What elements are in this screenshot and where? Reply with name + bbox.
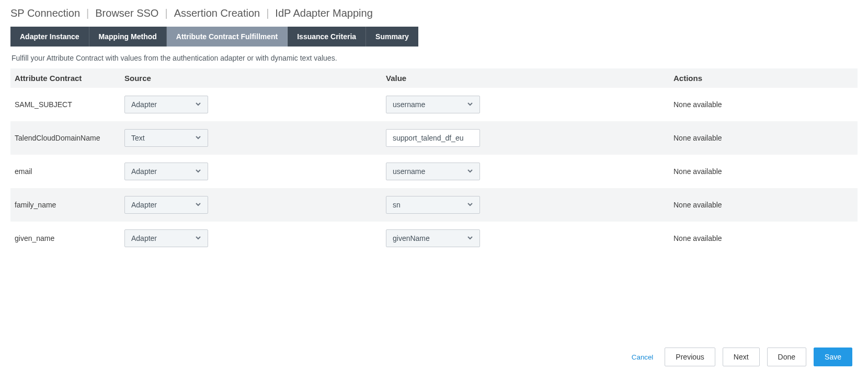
value-text-input[interactable]	[386, 129, 480, 147]
table-row: email Adapter username None availabl	[10, 155, 858, 188]
col-header-source: Source	[124, 74, 386, 83]
tab-attribute-contract-fulfillment[interactable]: Attribute Contract Fulfillment	[167, 27, 288, 47]
source-select[interactable]: Adapter	[124, 196, 208, 214]
breadcrumb-separator: |	[266, 7, 269, 19]
source-select-value: Adapter	[131, 234, 157, 242]
source-select-value: Adapter	[131, 100, 157, 109]
table-row: given_name Adapter givenName None av	[10, 222, 858, 255]
breadcrumb-separator: |	[86, 7, 89, 19]
value-select[interactable]: username	[386, 163, 470, 180]
value-select-value: username	[393, 100, 425, 109]
chevron-down-icon	[195, 234, 201, 242]
source-select[interactable]: Adapter	[124, 163, 208, 180]
value-select[interactable]: givenName	[386, 229, 470, 247]
breadcrumb-item[interactable]: Browser SSO	[95, 7, 158, 19]
tab-summary[interactable]: Summary	[366, 27, 418, 47]
table-header-row: Attribute Contract Source Value Actions	[10, 68, 858, 88]
table-row: SAML_SUBJECT Adapter username None a	[10, 88, 858, 121]
actions-cell: None available	[673, 234, 853, 242]
breadcrumb-item[interactable]: SP Connection	[10, 7, 80, 19]
table-row: TalendCloudDomainName Text None availabl…	[10, 121, 858, 155]
attribute-name: SAML_SUBJECT	[15, 100, 124, 109]
actions-cell: None available	[673, 134, 853, 142]
chevron-down-icon	[195, 201, 201, 209]
value-select[interactable]: sn	[386, 196, 470, 214]
value-select-value: sn	[393, 201, 401, 209]
chevron-down-icon	[195, 167, 201, 176]
chevron-down-icon	[195, 100, 201, 109]
value-select[interactable]: username	[386, 96, 470, 113]
chevron-down-icon	[467, 100, 473, 109]
attribute-name: given_name	[15, 234, 124, 242]
value-select-value: username	[393, 167, 425, 176]
breadcrumb-separator: |	[165, 7, 167, 19]
source-select-value: Text	[131, 134, 145, 142]
breadcrumb: SP Connection | Browser SSO | Assertion …	[10, 0, 858, 27]
breadcrumb-item[interactable]: IdP Adapter Mapping	[275, 7, 372, 19]
source-select-value: Adapter	[131, 201, 157, 209]
page-description: Fulfill your Attribute Contract with val…	[12, 54, 858, 62]
actions-cell: None available	[673, 201, 853, 209]
tab-issuance-criteria[interactable]: Issuance Criteria	[288, 27, 366, 47]
chevron-down-icon	[467, 234, 473, 242]
attribute-name: TalendCloudDomainName	[15, 134, 124, 142]
chevron-down-icon	[467, 167, 473, 176]
source-select-value: Adapter	[131, 167, 157, 176]
value-select-value: givenName	[393, 234, 430, 242]
col-header-value: Value	[386, 74, 673, 83]
source-select[interactable]: Text	[124, 129, 208, 147]
attribute-name: family_name	[15, 201, 124, 209]
chevron-down-icon	[195, 134, 201, 142]
source-select[interactable]: Adapter	[124, 229, 208, 247]
source-select[interactable]: Adapter	[124, 96, 208, 113]
col-header-contract: Attribute Contract	[15, 74, 124, 83]
chevron-down-icon	[467, 201, 473, 209]
tab-adapter-instance[interactable]: Adapter Instance	[10, 27, 89, 47]
actions-cell: None available	[673, 167, 853, 176]
tab-mapping-method[interactable]: Mapping Method	[89, 27, 167, 47]
breadcrumb-item[interactable]: Assertion Creation	[174, 7, 260, 19]
col-header-actions: Actions	[673, 74, 853, 83]
wizard-tabs: Adapter Instance Mapping Method Attribut…	[10, 27, 858, 47]
actions-cell: None available	[673, 100, 853, 109]
attribute-name: email	[15, 167, 124, 176]
table-row: family_name Adapter sn None availabl	[10, 188, 858, 222]
attribute-mapping-table: Attribute Contract Source Value Actions …	[10, 68, 858, 255]
